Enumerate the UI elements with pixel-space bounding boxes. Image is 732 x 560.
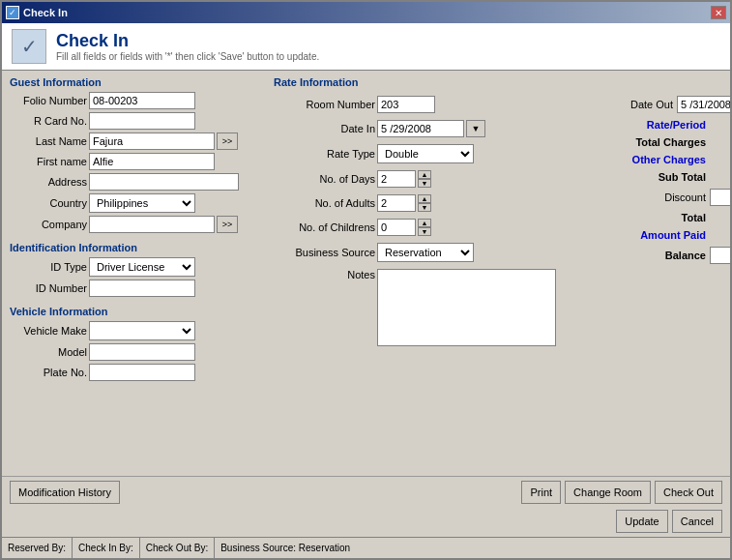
model-input[interactable] — [89, 343, 195, 361]
country-row: Country Philippines USA UK Japan — [10, 193, 266, 213]
folio-input[interactable] — [89, 92, 195, 109]
header-text: Check In Fill all fields or fields with … — [56, 31, 319, 62]
date-out-input[interactable] — [677, 96, 730, 113]
address-input[interactable] — [89, 173, 239, 191]
date-in-label: Date In — [274, 123, 375, 134]
print-button[interactable]: Print — [521, 481, 561, 504]
reserved-by-segment: Reserved By: — [2, 538, 73, 558]
id-type-select[interactable]: Driver License Passport SSS Other — [89, 257, 195, 277]
no-adults-down-button[interactable]: ▼ — [418, 203, 431, 212]
notes-label: Notes — [274, 269, 375, 280]
no-children-up-button[interactable]: ▲ — [418, 219, 431, 227]
update-button[interactable]: Update — [616, 510, 667, 533]
notes-textarea[interactable] — [377, 269, 556, 346]
right-panel: Date Out ▼ Rate/Period 1,458.00 Total Ch… — [579, 76, 730, 470]
rate-section-title: Rate Information — [274, 76, 556, 88]
discount-label: Discount — [648, 192, 706, 203]
no-days-up-button[interactable]: ▲ — [418, 170, 431, 179]
address-label: Address — [10, 176, 87, 188]
no-days-input[interactable] — [377, 170, 416, 188]
lastname-input[interactable] — [89, 133, 215, 150]
company-label: Company — [10, 219, 87, 230]
balance-label: Balance — [648, 250, 706, 261]
lastname-lookup-button[interactable]: >> — [217, 133, 238, 150]
no-adults-label: No. of Adults — [274, 197, 375, 209]
header-subtitle: Fill all fields or fields with '*' then … — [56, 51, 319, 62]
total-charges-value: 2,916.00 — [710, 136, 730, 148]
id-number-input[interactable] — [89, 280, 195, 297]
guest-section: Guest Information Folio Number R Card No… — [10, 76, 266, 236]
middle-panel: Rate Information Room Number Date In ▼ R… — [274, 76, 556, 470]
sub-total-value: 2,916.00 — [710, 171, 730, 183]
total-label: Total — [648, 212, 706, 223]
room-number-input[interactable] — [377, 96, 435, 113]
other-charges-row: Other Charges 0.00 — [579, 154, 730, 165]
folio-label: Folio Number — [10, 95, 87, 106]
guest-form: Folio Number R Card No. Last Name >> Fir… — [10, 92, 266, 233]
window-icon: ✓ — [6, 6, 19, 19]
main-window: ✓ Check In ✕ ✓ Check In Fill all fields … — [0, 0, 732, 560]
no-days-down-button[interactable]: ▼ — [418, 179, 431, 188]
no-children-down-button[interactable]: ▼ — [418, 227, 431, 236]
lastname-label: Last Name — [10, 135, 87, 147]
title-bar-text: Check In — [23, 7, 68, 18]
rate-type-label: Rate Type — [274, 148, 375, 160]
business-source-select[interactable]: Reservation Walk-in Online Agent — [377, 243, 474, 262]
change-room-button[interactable]: Change Room — [565, 481, 651, 504]
no-children-input[interactable] — [377, 219, 416, 236]
check-in-by-label: Check In By: — [78, 543, 133, 553]
discount-input[interactable] — [710, 189, 730, 206]
rate-period-value: 1,458.00 — [710, 119, 730, 131]
guest-section-title: Guest Information — [10, 76, 266, 88]
date-in-input[interactable] — [377, 120, 464, 137]
rcard-row: R Card No. — [10, 112, 266, 130]
vehicle-make-row: Vehicle Make — [10, 321, 266, 340]
id-type-label: ID Type — [10, 261, 87, 273]
check-in-by-segment: Check In By: — [73, 538, 140, 558]
total-row: Total 2,916.00 — [579, 212, 730, 223]
vehicle-section-title: Vehicle Information — [10, 306, 266, 317]
cancel-button[interactable]: Cancel — [672, 510, 722, 533]
folio-row: Folio Number — [10, 92, 266, 109]
title-bar: ✓ Check In ✕ — [2, 2, 730, 23]
business-source-label: Business Source — [274, 247, 375, 258]
date-in-dropdown-button[interactable]: ▼ — [466, 120, 485, 137]
other-charges-label: Other Charges — [629, 154, 706, 165]
vehicle-section: Vehicle Information Vehicle Make Model P… — [10, 306, 266, 384]
no-adults-input[interactable] — [377, 194, 416, 212]
rcard-input[interactable] — [89, 112, 195, 130]
balance-input[interactable] — [710, 247, 730, 264]
rate-type-select[interactable]: Single Double Triple Suite — [377, 144, 474, 163]
id-number-row: ID Number — [10, 280, 266, 297]
country-select[interactable]: Philippines USA UK Japan — [89, 193, 195, 213]
rate-period-label: Rate/Period — [638, 119, 706, 131]
room-number-row: Room Number — [274, 96, 556, 113]
vehicle-make-label: Vehicle Make — [10, 325, 87, 337]
discount-row: Discount — [579, 189, 730, 206]
business-source-row: Business Source Reservation Walk-in Onli… — [274, 243, 556, 262]
id-section-title: Identification Information — [10, 242, 266, 253]
model-row: Model — [10, 343, 266, 361]
header-area: ✓ Check In Fill all fields or fields wit… — [2, 23, 730, 71]
company-lookup-button[interactable]: >> — [217, 216, 238, 233]
amount-paid-row: Amount Paid 0.00 — [579, 229, 730, 241]
left-panel: Guest Information Folio Number R Card No… — [10, 76, 266, 470]
other-charges-value: 0.00 — [710, 154, 730, 165]
modification-history-button[interactable]: Modification History — [10, 481, 120, 504]
company-input[interactable] — [89, 216, 215, 233]
close-button[interactable]: ✕ — [711, 6, 726, 19]
no-adults-spinner: ▲ ▼ — [418, 194, 431, 212]
no-adults-up-button[interactable]: ▲ — [418, 194, 431, 203]
vehicle-make-select[interactable] — [89, 321, 195, 340]
check-out-button[interactable]: Check Out — [655, 481, 722, 504]
notes-row: Notes — [274, 269, 556, 346]
no-adults-row: No. of Adults ▲ ▼ — [274, 194, 556, 212]
business-source-status-label: Business Source: Reservation — [220, 543, 350, 553]
title-bar-left: ✓ Check In — [6, 6, 68, 19]
sub-total-row: Sub Total 2,916.00 — [579, 171, 730, 183]
plate-input[interactable] — [89, 364, 195, 381]
firstname-input[interactable] — [89, 153, 215, 170]
total-value: 2,916.00 — [710, 212, 730, 223]
amount-paid-label: Amount Paid — [638, 229, 706, 241]
sub-total-label: Sub Total — [629, 171, 706, 183]
